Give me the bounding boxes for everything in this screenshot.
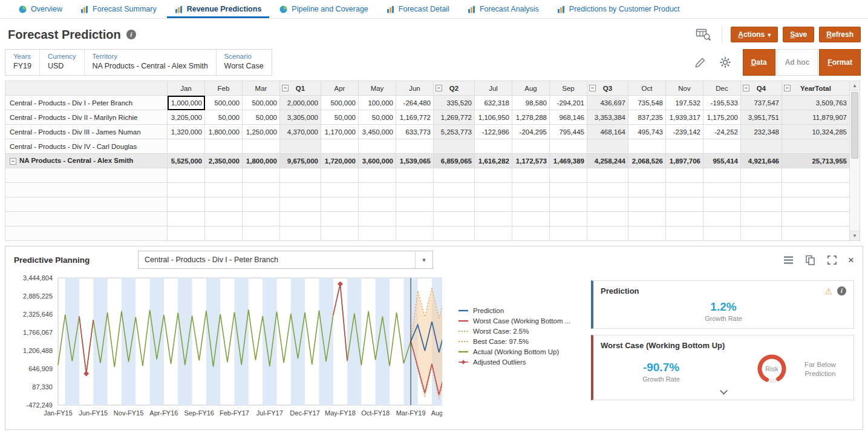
grid-cell[interactable] bbox=[205, 226, 243, 241]
row-label[interactable] bbox=[5, 197, 168, 212]
grid-cell[interactable] bbox=[243, 183, 280, 197]
pov-years[interactable]: YearsFY19 bbox=[5, 50, 40, 75]
grid-cell[interactable]: 955,414 bbox=[703, 154, 741, 168]
grid-cell[interactable] bbox=[703, 197, 741, 212]
grid-cell[interactable] bbox=[782, 183, 850, 197]
maximize-icon[interactable] bbox=[826, 254, 838, 266]
grid-cell[interactable]: 3,600,000 bbox=[359, 154, 396, 168]
grid-cell[interactable] bbox=[782, 197, 850, 212]
grid-cell[interactable] bbox=[434, 183, 475, 197]
grid-cell[interactable]: 2,350,000 bbox=[205, 154, 243, 168]
grid-cell[interactable]: 4,370,000 bbox=[280, 125, 321, 139]
collapse-icon[interactable]: − bbox=[743, 85, 749, 91]
grid-cell[interactable] bbox=[666, 197, 703, 212]
grid-cell[interactable] bbox=[168, 168, 205, 183]
grid-cell[interactable] bbox=[512, 226, 550, 241]
grid-cell[interactable] bbox=[396, 168, 434, 183]
refresh-button[interactable]: Refresh bbox=[819, 27, 861, 42]
pov-scenario[interactable]: ScenarioWorst Case bbox=[217, 50, 272, 75]
row-label[interactable] bbox=[5, 212, 168, 226]
grid-cell[interactable]: 197,532 bbox=[666, 96, 703, 110]
collapse-icon[interactable]: − bbox=[10, 158, 16, 165]
grid-cell[interactable]: 100,000 bbox=[359, 96, 396, 110]
grid-cell[interactable] bbox=[741, 139, 782, 154]
grid-cell[interactable]: 3,305,000 bbox=[280, 110, 321, 125]
grid-cell[interactable]: 500,000 bbox=[205, 96, 243, 110]
data-mode-button[interactable]: Data bbox=[743, 49, 775, 76]
tab-forecast-summary[interactable]: Forecast Summary bbox=[71, 0, 166, 18]
pov-territory[interactable]: TerritoryNA Products - Central - Alex Sm… bbox=[85, 50, 217, 75]
grid-cell[interactable]: 1,720,000 bbox=[321, 154, 359, 168]
grid-cell[interactable] bbox=[741, 183, 782, 197]
grid-cell[interactable] bbox=[396, 212, 434, 226]
grid-cell[interactable]: 50,000 bbox=[359, 110, 396, 125]
grid-cell[interactable] bbox=[205, 139, 243, 154]
grid-cell[interactable] bbox=[321, 212, 359, 226]
grid-cell[interactable] bbox=[703, 226, 741, 241]
grid-cell[interactable] bbox=[666, 139, 703, 154]
grid-cell[interactable] bbox=[628, 226, 666, 241]
grid-cell[interactable] bbox=[587, 183, 628, 197]
row-label[interactable] bbox=[5, 168, 168, 183]
grid-cell[interactable]: 5,253,773 bbox=[434, 125, 475, 139]
grid-cell[interactable] bbox=[243, 197, 280, 212]
grid-cell[interactable] bbox=[550, 197, 587, 212]
vertical-scrollbar[interactable]: ▲ ▼ bbox=[850, 81, 860, 241]
grid-cell[interactable]: 3,205,000 bbox=[168, 110, 205, 125]
grid-cell[interactable] bbox=[168, 139, 205, 154]
grid-cell[interactable] bbox=[628, 139, 666, 154]
grid-cell[interactable] bbox=[628, 212, 666, 226]
tab-forecast-detail[interactable]: Forecast Detail bbox=[377, 0, 458, 18]
grid-cell[interactable]: -294,201 bbox=[550, 96, 587, 110]
grid-cell[interactable] bbox=[666, 212, 703, 226]
grid-cell[interactable] bbox=[475, 183, 512, 197]
grid-cell[interactable] bbox=[703, 212, 741, 226]
tab-forecast-analysis[interactable]: Forecast Analysis bbox=[458, 0, 548, 18]
grid-cell[interactable] bbox=[205, 197, 243, 212]
grid-cell[interactable] bbox=[359, 197, 396, 212]
grid-cell[interactable]: 968,146 bbox=[550, 110, 587, 125]
row-label[interactable]: Central - Products - Div IV - Carl Dougl… bbox=[5, 139, 168, 154]
grid-cell[interactable]: 6,859,065 bbox=[434, 154, 475, 168]
grid-cell[interactable] bbox=[475, 139, 512, 154]
grid-cell[interactable] bbox=[628, 183, 666, 197]
grid-cell[interactable]: 837,235 bbox=[628, 110, 666, 125]
grid-cell[interactable] bbox=[243, 168, 280, 183]
grid-cell[interactable] bbox=[703, 139, 741, 154]
info-icon[interactable]: i bbox=[837, 286, 846, 295]
grid-cell[interactable] bbox=[475, 226, 512, 241]
chart-options-menu-icon[interactable] bbox=[783, 255, 794, 265]
grid-cell[interactable] bbox=[321, 168, 359, 183]
grid-cell[interactable] bbox=[434, 226, 475, 241]
grid-cell[interactable]: 3,353,384 bbox=[587, 110, 628, 125]
grid-cell[interactable]: -264,480 bbox=[396, 96, 434, 110]
tab-overview[interactable]: Overview bbox=[10, 0, 71, 18]
grid-cell[interactable] bbox=[396, 197, 434, 212]
grid-cell[interactable]: 10,324,285 bbox=[782, 125, 850, 139]
grid-cell[interactable] bbox=[587, 168, 628, 183]
grid-cell[interactable]: 1,169,772 bbox=[396, 110, 434, 125]
grid-cell[interactable] bbox=[205, 168, 243, 183]
grid-cell[interactable]: 25,713,955 bbox=[782, 154, 850, 168]
info-icon[interactable]: i bbox=[126, 30, 136, 39]
grid-cell[interactable] bbox=[434, 139, 475, 154]
member-selector-icon[interactable] bbox=[694, 25, 713, 44]
grid-cell[interactable] bbox=[280, 183, 321, 197]
tab-predictions-by-customer-product[interactable]: Predictions by Customer Product bbox=[548, 0, 689, 18]
row-label[interactable] bbox=[5, 226, 168, 241]
grid-cell[interactable]: 11,879,907 bbox=[782, 110, 850, 125]
grid-cell[interactable] bbox=[666, 226, 703, 241]
grid-cell[interactable] bbox=[666, 183, 703, 197]
gear-icon[interactable] bbox=[717, 54, 733, 70]
grid-cell[interactable] bbox=[205, 183, 243, 197]
close-icon[interactable]: × bbox=[848, 255, 854, 265]
grid-cell[interactable]: -122,986 bbox=[475, 125, 512, 139]
grid-cell[interactable]: 50,000 bbox=[321, 110, 359, 125]
grid-cell[interactable] bbox=[628, 168, 666, 183]
grid-cell[interactable] bbox=[587, 197, 628, 212]
grid-cell[interactable] bbox=[512, 197, 550, 212]
grid-cell[interactable]: 500,000 bbox=[321, 96, 359, 110]
grid-cell[interactable] bbox=[168, 226, 205, 241]
grid-cell[interactable]: 1,175,200 bbox=[703, 110, 741, 125]
grid-cell[interactable] bbox=[512, 139, 550, 154]
